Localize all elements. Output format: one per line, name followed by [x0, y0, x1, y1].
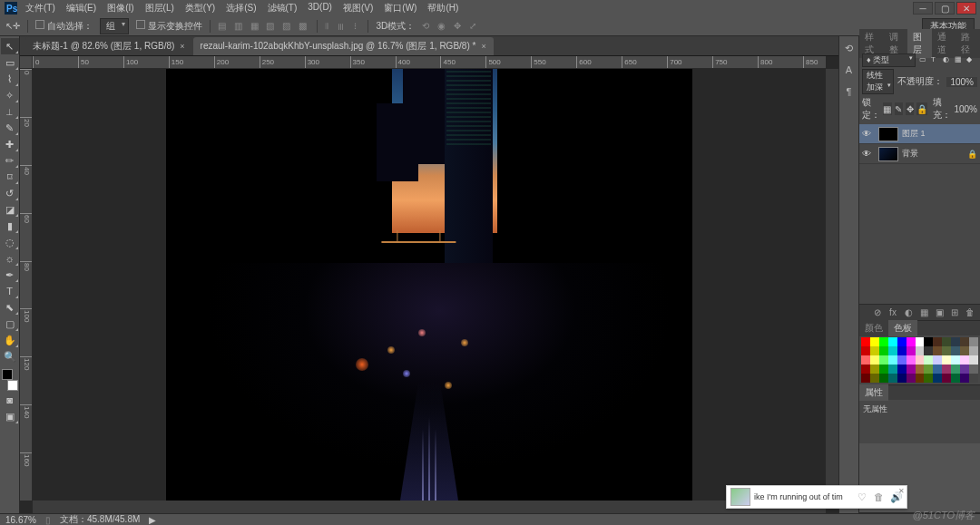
- document-tab[interactable]: rezaul-karim-102abqkKhbY-unsplash.jpg @ …: [193, 37, 494, 55]
- lock-transparency-icon[interactable]: ▦: [883, 102, 891, 115]
- layer-row[interactable]: 👁图层 1: [859, 124, 980, 144]
- swatch[interactable]: [888, 355, 897, 365]
- visibility-icon[interactable]: 👁: [862, 149, 875, 159]
- history-panel-icon[interactable]: ⟲: [842, 42, 857, 54]
- menu-y[interactable]: 类型(Y): [180, 0, 220, 16]
- swatch[interactable]: [969, 337, 978, 346]
- layer-filter-icon[interactable]: ▦: [955, 55, 965, 66]
- swatch[interactable]: [933, 346, 942, 355]
- layer-action-icon[interactable]: ⊞: [948, 306, 961, 319]
- layer-row[interactable]: 👁背景🔒: [859, 144, 980, 164]
- menu-dd[interactable]: 3D(D): [302, 0, 338, 16]
- path-select-tool[interactable]: ⬉: [1, 299, 19, 316]
- panel-tab-3[interactable]: 通道: [932, 29, 956, 58]
- close-tab-icon[interactable]: ×: [481, 42, 485, 51]
- lock-pixels-icon[interactable]: ✎: [895, 102, 903, 115]
- pen-tool[interactable]: ✒: [1, 267, 19, 283]
- window-maximize-button[interactable]: ▢: [935, 2, 955, 15]
- menu-t[interactable]: 滤镜(T): [262, 0, 303, 16]
- swatch[interactable]: [933, 337, 942, 346]
- lock-position-icon[interactable]: ✥: [906, 102, 914, 115]
- auto-select-mode-dropdown[interactable]: 组: [100, 18, 129, 34]
- like-icon[interactable]: ♡: [858, 491, 870, 503]
- swatch[interactable]: [870, 337, 879, 346]
- swatch[interactable]: [969, 346, 978, 355]
- layer-action-icon[interactable]: ◐: [902, 306, 915, 319]
- status-arrow-icon[interactable]: ▶: [149, 515, 156, 525]
- swatch[interactable]: [906, 346, 916, 355]
- history-brush-tool[interactable]: ↺: [1, 185, 19, 201]
- swatch[interactable]: [916, 355, 925, 365]
- lasso-tool[interactable]: ⌇: [1, 71, 19, 87]
- layers-empty-area[interactable]: [859, 164, 980, 304]
- lock-all-icon[interactable]: 🔒: [916, 102, 927, 115]
- menu-t[interactable]: 文件(T): [20, 0, 61, 16]
- panel-tab-4[interactable]: 路径: [956, 29, 980, 58]
- background-color-swatch[interactable]: [7, 380, 18, 391]
- swatch[interactable]: [879, 355, 888, 365]
- eraser-tool[interactable]: ◪: [1, 201, 19, 218]
- zoom-level[interactable]: 16.67%: [5, 515, 36, 525]
- menu-e[interactable]: 编辑(E): [61, 0, 102, 16]
- layer-name[interactable]: 图层 1: [902, 128, 926, 140]
- swatch[interactable]: [942, 337, 951, 346]
- layer-action-icon[interactable]: 🗑: [964, 306, 976, 319]
- swatch[interactable]: [951, 337, 960, 346]
- swatch[interactable]: [942, 374, 951, 383]
- swatch[interactable]: [879, 374, 888, 383]
- paragraph-panel-icon[interactable]: ¶: [842, 85, 857, 98]
- shape-tool[interactable]: ▢: [1, 316, 19, 332]
- vertical-ruler[interactable]: 020406080100120140160: [20, 69, 33, 501]
- vertical-scrollbar[interactable]: [826, 69, 838, 501]
- opacity-value[interactable]: 100%: [946, 77, 977, 87]
- swatch[interactable]: [897, 355, 906, 365]
- swatch[interactable]: [933, 365, 942, 374]
- auto-select-checkbox[interactable]: 自动选择：: [35, 20, 93, 33]
- swatch[interactable]: [951, 346, 960, 355]
- fill-value[interactable]: 100%: [954, 104, 977, 114]
- swatch[interactable]: [897, 337, 906, 346]
- layer-thumbnail[interactable]: [878, 127, 898, 141]
- magic-wand-tool[interactable]: ✧: [1, 87, 19, 103]
- swatch[interactable]: [870, 365, 879, 374]
- swatch[interactable]: [888, 337, 897, 346]
- swatch[interactable]: [879, 337, 888, 346]
- swatch[interactable]: [969, 355, 978, 365]
- layer-filter-icon[interactable]: ▭: [919, 55, 930, 66]
- swatch[interactable]: [960, 346, 969, 355]
- swatch[interactable]: [906, 374, 916, 383]
- menu-s[interactable]: 选择(S): [220, 0, 261, 16]
- layer-filter-icon[interactable]: ◆: [966, 55, 977, 66]
- menu-l[interactable]: 图层(L): [140, 0, 180, 16]
- swatch[interactable]: [924, 337, 933, 346]
- swatch[interactable]: [933, 355, 942, 365]
- swatches-tab[interactable]: 色板: [888, 320, 917, 336]
- show-transform-checkbox[interactable]: 显示变换控件: [136, 20, 202, 33]
- hand-tool[interactable]: ✋: [1, 332, 19, 348]
- layer-kind-filter[interactable]: ♦ 类型: [862, 53, 916, 67]
- brush-tool[interactable]: ✏: [1, 152, 19, 169]
- type-tool[interactable]: T: [1, 283, 19, 299]
- layer-action-icon[interactable]: ▦: [917, 306, 930, 319]
- layer-name[interactable]: 背景: [902, 148, 918, 160]
- swatch[interactable]: [916, 346, 925, 355]
- document-tab[interactable]: 未标题-1 @ 82.6% (图层 1, RGB/8)×: [25, 37, 192, 55]
- character-panel-icon[interactable]: A: [842, 63, 857, 76]
- quick-mask-toggle[interactable]: ◙: [1, 392, 19, 408]
- window-close-button[interactable]: ✕: [956, 2, 976, 15]
- foreground-background-swatch[interactable]: [1, 368, 19, 392]
- swatch[interactable]: [906, 365, 916, 374]
- swatch[interactable]: [942, 365, 951, 374]
- swatch[interactable]: [916, 365, 925, 374]
- layer-action-icon[interactable]: fx: [887, 306, 899, 319]
- swatch[interactable]: [933, 374, 942, 383]
- distribute-icons[interactable]: ⫴ ⫼ ⫶: [325, 21, 361, 32]
- marquee-tool[interactable]: ▭: [1, 54, 19, 71]
- zoom-tool[interactable]: 🔍: [1, 348, 19, 365]
- document-size[interactable]: 文档：45.8M/45.8M: [60, 513, 140, 525]
- swatch[interactable]: [861, 346, 870, 355]
- swatch[interactable]: [897, 374, 906, 383]
- swatch[interactable]: [942, 355, 951, 365]
- horizontal-ruler[interactable]: 0501001502002503003504004505005506006507…: [33, 56, 826, 69]
- swatch[interactable]: [888, 365, 897, 374]
